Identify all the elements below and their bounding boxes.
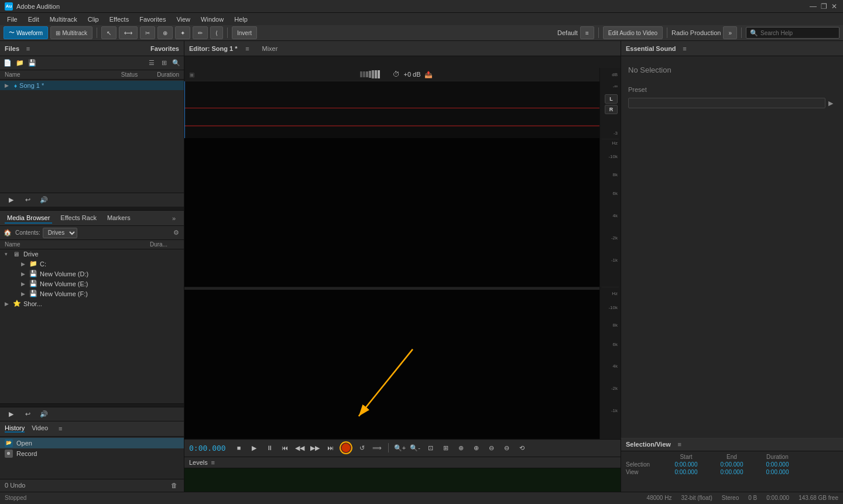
- file-item-song1[interactable]: ▶ ♦ Song 1 *: [0, 81, 184, 90]
- waveform-button[interactable]: 〜 Waveform: [4, 26, 48, 39]
- zoom-tool-4[interactable]: ⊖: [500, 441, 513, 454]
- files-loop-btn[interactable]: ↩: [21, 194, 34, 207]
- pause-button[interactable]: ⏸: [263, 441, 276, 454]
- edit-audio-button[interactable]: Edit Audio to Video: [603, 26, 663, 39]
- tab-effects-rack[interactable]: Effects Rack: [58, 213, 99, 224]
- media-home-btn[interactable]: 🏠: [2, 228, 13, 238]
- toolbar-separator-1: [97, 28, 97, 38]
- tool-extra[interactable]: ⟨: [210, 26, 223, 39]
- menu-favorites[interactable]: Favorites: [135, 15, 170, 24]
- media-loop-btn[interactable]: ↩: [21, 407, 34, 420]
- sv-selection-duration[interactable]: 0:00.000: [757, 461, 798, 468]
- media-play-btn[interactable]: ▶: [5, 407, 18, 420]
- undo-count: 0 Undo: [5, 482, 25, 489]
- sv-view-start[interactable]: 0:00.000: [666, 469, 707, 475]
- tool-pen[interactable]: ✏: [193, 26, 208, 39]
- menu-effects[interactable]: Effects: [105, 15, 133, 24]
- menu-clip[interactable]: Clip: [83, 15, 104, 24]
- drive-group-shortcuts[interactable]: ▶ ⭐ Shor...: [0, 299, 184, 308]
- rewind-button[interactable]: ◀◀: [293, 441, 306, 454]
- files-menu-icon[interactable]: ≡: [23, 43, 33, 54]
- files-list-btn[interactable]: ☰: [146, 58, 157, 68]
- icon-d: 💾: [29, 270, 37, 277]
- search-input[interactable]: [760, 30, 835, 36]
- files-grid-btn[interactable]: ⊞: [159, 58, 169, 68]
- fast-forward-button[interactable]: ▶▶: [309, 441, 321, 454]
- l-button[interactable]: L: [605, 94, 618, 104]
- loop-button[interactable]: ↺: [355, 441, 368, 454]
- menu-multitrack[interactable]: Multitrack: [45, 15, 82, 24]
- drive-item-f[interactable]: ▶ 💾 New Volume (F:): [12, 289, 184, 299]
- minimize-button[interactable]: —: [809, 2, 817, 11]
- to-selection-button[interactable]: ⟹: [371, 441, 383, 454]
- hz-4k-top: 4k: [613, 213, 618, 218]
- zoom-in-time-btn[interactable]: 🔍+: [393, 441, 406, 454]
- drive-item-d[interactable]: ▶ 💾 New Volume (D:): [12, 269, 184, 279]
- play-button[interactable]: ▶: [248, 441, 261, 454]
- skip-end-button[interactable]: ⏭: [324, 441, 337, 454]
- tool-time[interactable]: ⟷: [119, 26, 138, 39]
- levels-menu-btn[interactable]: ≡: [208, 457, 218, 468]
- menu-view[interactable]: View: [172, 15, 195, 24]
- sv-view-duration[interactable]: 0:00.000: [757, 469, 798, 475]
- tab-video[interactable]: Video: [32, 424, 48, 433]
- media-volume-btn[interactable]: 🔊: [37, 407, 50, 420]
- files-search-btn[interactable]: 🔍: [171, 58, 181, 68]
- history-trash-btn[interactable]: 🗑: [169, 480, 179, 491]
- sv-view-end[interactable]: 0:00.000: [711, 469, 752, 475]
- essential-menu-btn[interactable]: ≡: [680, 43, 690, 54]
- menu-window[interactable]: Window: [196, 15, 228, 24]
- stop-button[interactable]: ■: [232, 441, 245, 454]
- contents-dropdown[interactable]: Drives: [43, 228, 77, 238]
- history-item-open[interactable]: 📂 Open: [0, 438, 184, 448]
- drive-item-e[interactable]: ▶ 💾 New Volume (E:): [12, 279, 184, 289]
- files-new-btn[interactable]: 📄: [2, 58, 13, 68]
- tab-markers[interactable]: Markers: [105, 213, 133, 224]
- media-expand-btn[interactable]: »: [169, 213, 179, 224]
- preset-dropdown[interactable]: [628, 98, 825, 108]
- editor-menu-btn[interactable]: ≡: [242, 43, 253, 54]
- tab-history[interactable]: History: [5, 424, 25, 433]
- media-settings-btn[interactable]: ⚙: [171, 228, 181, 238]
- maximize-button[interactable]: ❐: [820, 2, 828, 11]
- workspace-menu[interactable]: »: [723, 26, 737, 39]
- zoom-full-btn[interactable]: ⊞: [439, 441, 452, 454]
- files-play-btn[interactable]: ▶: [5, 194, 18, 207]
- sv-selection-start[interactable]: 0:00.000: [666, 461, 707, 468]
- files-open-btn[interactable]: 📁: [15, 58, 25, 68]
- default-menu[interactable]: ≡: [580, 26, 594, 39]
- skip-start-button[interactable]: ⏮: [278, 441, 291, 454]
- tab-mixer[interactable]: Mixer: [258, 45, 283, 52]
- r-button[interactable]: R: [605, 105, 618, 114]
- time-display: 0:00.000: [189, 444, 230, 452]
- tool-razor[interactable]: ✂: [140, 26, 155, 39]
- invert-button[interactable]: Invert: [232, 26, 257, 39]
- zoom-tool-5[interactable]: ⟲: [515, 441, 528, 454]
- tool-select[interactable]: ↖: [101, 26, 116, 39]
- menu-help[interactable]: Help: [229, 15, 252, 24]
- multitrack-button[interactable]: ⊞ Multitrack: [50, 26, 92, 39]
- favorites-tab[interactable]: Favorites: [150, 45, 179, 52]
- tab-media-browser[interactable]: Media Browser: [5, 213, 52, 224]
- sv-selection-end[interactable]: 0:00.000: [711, 461, 752, 468]
- files-volume-btn[interactable]: 🔊: [37, 194, 50, 207]
- record-button[interactable]: [339, 441, 353, 455]
- tool-slip[interactable]: ✦: [175, 26, 190, 39]
- zoom-selection-btn[interactable]: ⊡: [424, 441, 437, 454]
- zoom-tool-2[interactable]: ⊕: [470, 441, 482, 454]
- menu-file[interactable]: File: [2, 15, 22, 24]
- preset-apply-btn[interactable]: ▶: [825, 98, 836, 108]
- zoom-out-time-btn[interactable]: 🔍-: [409, 441, 422, 454]
- menu-edit[interactable]: Edit: [23, 15, 44, 24]
- zoom-tool-1[interactable]: ⊕: [454, 441, 467, 454]
- db-inf-top: -∞: [613, 84, 618, 89]
- zoom-tool-3[interactable]: ⊖: [485, 441, 498, 454]
- history-item-record[interactable]: ⏺ Record: [0, 448, 184, 459]
- drive-group-drives[interactable]: ▾ 🖥 Drive: [0, 249, 184, 259]
- history-menu-btn[interactable]: ≡: [55, 423, 66, 434]
- sv-menu-btn[interactable]: ≡: [674, 439, 685, 450]
- files-save-btn[interactable]: 💾: [27, 58, 37, 68]
- drive-item-c[interactable]: ▶ 📁 C:: [12, 259, 184, 269]
- tool-zoom[interactable]: ⊕: [157, 26, 173, 39]
- close-button[interactable]: ✕: [830, 2, 838, 11]
